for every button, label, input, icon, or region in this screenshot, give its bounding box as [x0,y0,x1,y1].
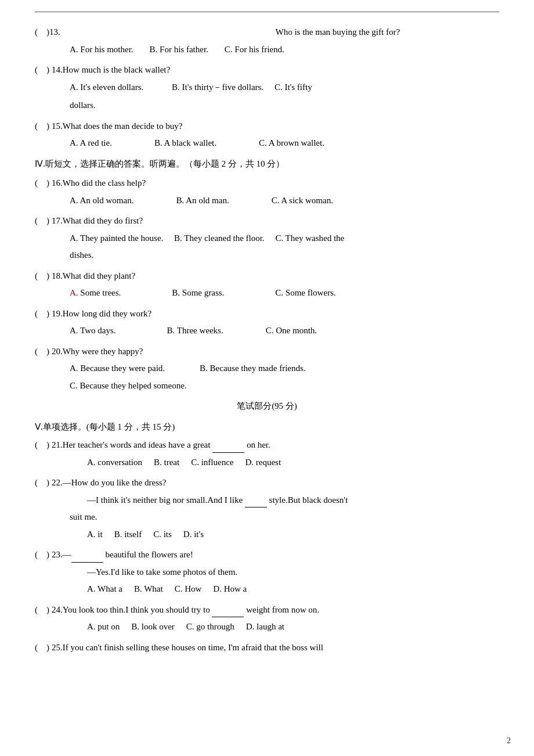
q18-opt-b: B. Some grass. [172,286,259,301]
q24-opt-b: B. look over [131,620,175,635]
q16-text: 16.Who did the class help? [52,176,499,191]
q21-opt-b: B. treat [154,455,179,470]
q14-dollars: dollars. [70,100,96,110]
q22-answer-text: —I think it's neither big nor small.And … [87,495,348,505]
q14-text: 14.How much is the black wallet? [52,63,499,78]
q16-paren: ( ) [35,176,49,191]
question-20: ( ) 20.Why were they happy? A. Because t… [35,344,499,394]
question-22: ( ) 22.—How do you like the dress? —I th… [35,476,499,542]
q20-paren: ( ) [35,344,49,359]
q13-paren: ( ) [35,25,49,40]
q19-line: ( ) 19.How long did they work? [35,307,499,322]
q23-paren: ( ) [35,548,49,563]
q25-paren: ( ) [35,640,49,656]
q22-blank [245,507,267,507]
q24-opt-a: A. put on [87,620,120,635]
q23-opt-a: A. What a [87,582,122,597]
q22-options: A. it B. itself C. its D. it's [87,527,499,542]
q22-opt-c: C. its [153,527,172,542]
q21-options: A. conversation B. treat C. influence D.… [87,455,499,470]
q24-opt-c: C. go through [186,620,234,635]
q21-paren: ( ) [35,438,49,453]
q15-opt-c: C. A brown wallet. [259,136,324,151]
q19-opt-b: B. Three weeks. [167,323,250,339]
q16-options: A. An old woman. B. An old man. C. A sic… [70,193,499,208]
section5-label: Ⅴ.单项选择。(每小题 1 分，共 15 分) [35,422,175,431]
q20-opt-c: C. Because they helped someone. [70,381,187,390]
q23-opt-b: B. What [134,582,163,597]
q20-opt-b: B. Because they made friends. [200,361,305,376]
q18-opt-a: A. Some trees. [70,286,156,301]
q25-line: ( ) 25.If you can't finish selling these… [35,640,499,656]
q19-opt-a: A. Two days. [70,323,151,339]
q24-text: 24.You look too thin.I think you should … [52,603,499,618]
q17-opt-c: C. They washed the [275,233,344,243]
q13-content: Who is the man buying the gift for? [276,25,500,40]
section5-header: Ⅴ.单项选择。(每小题 1 分，共 15 分) [35,420,499,435]
q22-paren: ( ) [35,476,49,491]
q18-text: 18.What did they plant? [52,269,499,284]
question-17: ( ) 17.What did they do first? A. They p… [35,214,499,263]
q23-answer-text: —Yes.I'd like to take some photos of the… [87,567,237,577]
q17-dishes: dishes. [70,250,93,260]
q17-opt-a: A. They painted the house. [70,233,174,243]
q16-opt-b: B. An old man. [176,193,255,208]
section4-label: Ⅳ.听短文，选择正确的答案。听两遍。（每小题 2 分，共 10 分） [35,159,284,168]
q24-blank [212,617,244,617]
q18-options: A. Some trees. B. Some grass. C. Some fl… [70,286,499,301]
q21-text: 21.Her teacher's words and ideas have a … [52,438,499,453]
question-19: ( ) 19.How long did they work? A. Two da… [35,307,499,339]
q13-text: 13. [49,25,273,40]
q14-opt-c: C. It's fifty [275,82,312,92]
q22-opt-a: A. it [87,527,103,542]
q13-options: A. For his mother. B. For his father. C.… [70,42,499,57]
q16-line: ( ) 16.Who did the class help? [35,176,499,191]
question-15: ( ) 15.What does the man decide to buy? … [35,119,499,151]
q14-opt-b: B. It's thirty－five dollars. [172,82,272,92]
question-21: ( ) 21.Her teacher's words and ideas hav… [35,438,499,470]
q24-options: A. put on B. look over C. go through D. … [87,620,499,635]
q20-options-ab: A. Because they were paid. B. Because th… [70,361,499,376]
q15-options: A. A red tie. B. A black wallet. C. A br… [70,136,499,151]
q16-opt-a: A. An old woman. [70,193,160,208]
q23-opt-c: C. How [175,582,202,597]
q18-paren: ( ) [35,269,49,284]
q14-opt-a: A. It's eleven dollars. [70,82,169,92]
q15-text: 15.What does the man decide to buy? [52,119,499,134]
q14-paren: ( ) [35,63,49,78]
written-section-header: 笔试部分(95 分) [35,399,499,414]
q17-options: A. They painted the house. B. They clean… [70,231,499,246]
q19-paren: ( ) [35,307,49,322]
page-number: 2 [507,736,511,746]
question-24: ( ) 24.You look too thin.I think you sho… [35,603,499,635]
question-16: ( ) 16.Who did the class help? A. An old… [35,176,499,208]
q22-suit-line: suit me. [70,510,499,525]
q22-text: 22.—How do you like the dress? [52,476,499,491]
q17-paren: ( ) [35,214,49,229]
q22-answer-line: —I think it's neither big nor small.And … [87,493,499,508]
q23-answer: —Yes.I'd like to take some photos of the… [87,565,499,580]
q19-text: 19.How long did they work? [52,307,499,322]
q21-opt-c: C. influence [191,455,233,470]
q21-line: ( ) 21.Her teacher's words and ideas hav… [35,438,499,453]
q13-opt-b: B. For his father. [150,42,208,57]
q21-opt-a: A. conversation [87,455,142,470]
question-13: ( ) 13. Who is the man buying the gift f… [35,25,499,57]
q20-line: ( ) 20.Why were they happy? [35,344,499,359]
q23-blank [71,562,103,563]
q22-opt-b: B. itself [114,527,142,542]
q19-opt-c: C. One month. [266,323,317,339]
q13-opt-c: C. For his friend. [225,42,284,57]
q17-wrap: dishes. [70,248,499,263]
question-25: ( ) 25.If you can't finish selling these… [35,640,499,656]
q15-paren: ( ) [35,119,49,134]
q18-line: ( ) 18.What did they plant? [35,269,499,284]
question-23: ( ) 23.— beautiful the flowers are! —Yes… [35,548,499,597]
q22-opt-d: D. it's [183,527,204,542]
q15-opt-b: B. A black wallet. [154,136,243,151]
written-label: 笔试部分(95 分) [237,401,297,411]
section4-header: Ⅳ.听短文，选择正确的答案。听两遍。（每小题 2 分，共 10 分） [35,157,499,172]
q20-text: 20.Why were they happy? [52,344,499,359]
q14-options: A. It's eleven dollars. B. It's thirty－f… [70,80,499,95]
page-number-value: 2 [507,736,511,745]
